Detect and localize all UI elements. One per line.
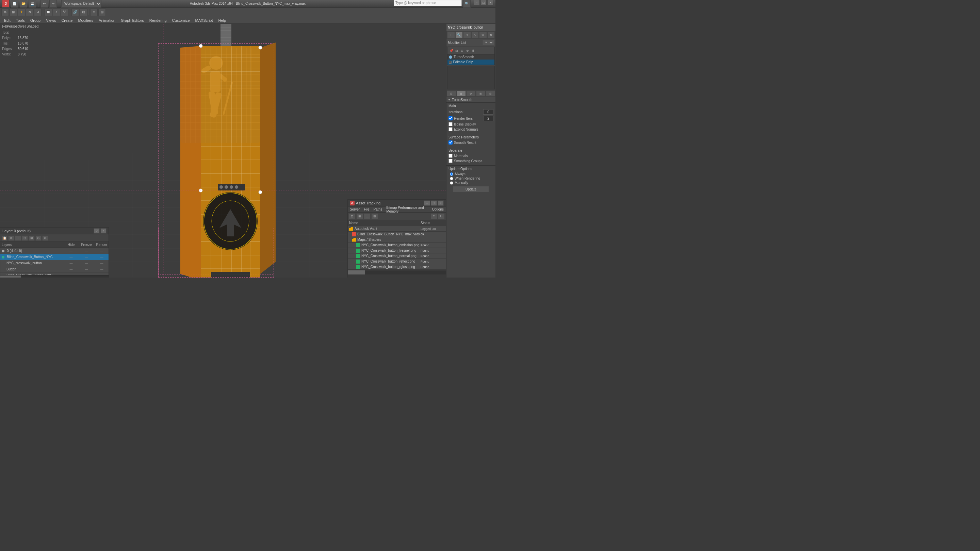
ts-when-rendering-radio[interactable]: [450, 177, 453, 180]
modify-tab[interactable]: 🔧: [455, 32, 463, 38]
ts-render-iters-input[interactable]: [483, 116, 493, 121]
layer-row-3[interactable]: Button — — —: [0, 266, 108, 272]
ts-update-btn[interactable]: Update: [453, 186, 489, 192]
new-btn[interactable]: 📄: [11, 0, 18, 8]
layer-mgr-btn[interactable]: ≡: [90, 8, 98, 16]
ts-smoothing-groups-check[interactable]: [449, 159, 453, 163]
asset-row-0[interactable]: Autodesk Vault Logged Ou: [348, 226, 446, 232]
pin-stack-icon[interactable]: 📌: [449, 48, 453, 53]
menu-graph-editors[interactable]: Graph Editors: [118, 17, 147, 24]
asset-row-3[interactable]: NYC_Crosswalk_button_emission.png Found: [348, 243, 446, 248]
asset-menu-bitmap[interactable]: Bitmap Performance and Memory: [384, 206, 430, 213]
workspace-dropdown[interactable]: Workspace: Default: [61, 0, 102, 8]
menu-tools[interactable]: Tools: [13, 17, 27, 24]
object-name-field[interactable]: [447, 24, 495, 31]
layers-new-btn[interactable]: 📋: [2, 235, 8, 241]
layers-close-btn[interactable]: ×: [100, 228, 107, 233]
save-btn[interactable]: 💾: [29, 0, 36, 8]
ts-isoline-check[interactable]: [449, 122, 453, 126]
layer-row-1[interactable]: Blind_Crosswalk_Button_NYC — — —: [0, 254, 108, 260]
layers-select-objs-btn[interactable]: ⊕: [42, 235, 48, 241]
menu-create[interactable]: Create: [59, 17, 75, 24]
show-end-icon[interactable]: ⊡: [454, 48, 459, 53]
schematic-btn[interactable]: ⊞: [98, 8, 106, 16]
ts-render-iters-check[interactable]: [449, 116, 453, 121]
link-btn[interactable]: 🔗: [72, 8, 79, 16]
show-result-icon[interactable]: ⊞: [460, 48, 465, 53]
select-region-btn[interactable]: ⊞: [10, 8, 17, 16]
rotate-btn[interactable]: ↻: [26, 8, 33, 16]
sub-tab-2[interactable]: ▦: [457, 91, 466, 97]
ts-manually-radio[interactable]: [450, 181, 453, 185]
sub-tab-1[interactable]: ⊡: [447, 91, 456, 97]
layer-row-4[interactable]: Blind_Crosswalk_Button_NYC — — —: [0, 272, 108, 275]
select-object-btn[interactable]: ⊕: [2, 8, 9, 16]
menu-edit[interactable]: Edit: [2, 17, 13, 24]
layers-delete-btn[interactable]: ✕: [8, 235, 14, 241]
asset-row-7[interactable]: NYC_Crosswalk_button_rgloss.png Found: [348, 264, 446, 270]
search-icon-btn[interactable]: 🔍: [463, 0, 471, 8]
create-tab[interactable]: +: [447, 32, 455, 38]
open-btn[interactable]: 📂: [20, 0, 27, 8]
asset-tb-refresh[interactable]: ↻: [438, 213, 445, 219]
asset-row-2[interactable]: Maps / Shaders: [348, 237, 446, 243]
percent-snap-btn[interactable]: %: [61, 8, 68, 16]
asset-bottom-scrollbar[interactable]: [348, 270, 446, 275]
motion-tab[interactable]: ▷: [471, 32, 479, 38]
modifier-item-editpoly[interactable]: Editable Poly: [447, 60, 495, 65]
snap-btn[interactable]: 🔲: [45, 8, 52, 16]
asset-menu-server[interactable]: Server: [348, 206, 362, 213]
ts-explicit-check[interactable]: [449, 127, 453, 131]
menu-group[interactable]: Group: [27, 17, 43, 24]
ts-smooth-result-check[interactable]: [449, 140, 453, 144]
sub-tab-5[interactable]: ⊟: [485, 91, 495, 97]
hierarchy-tab[interactable]: ⊙: [463, 32, 471, 38]
sub-tab-4[interactable]: ⊞: [476, 91, 485, 97]
menu-views[interactable]: Views: [43, 17, 59, 24]
menu-animation[interactable]: Animation: [96, 17, 118, 24]
menu-help[interactable]: Help: [216, 17, 229, 24]
layer-row-2[interactable]: NYC_crosswalk_button — — —: [0, 260, 108, 266]
menu-rendering[interactable]: Rendering: [147, 17, 169, 24]
scale-btn[interactable]: ⊿: [34, 8, 41, 16]
asset-tb-3[interactable]: ☰: [364, 213, 371, 219]
ts-iterations-input[interactable]: [483, 109, 493, 114]
asset-row-5[interactable]: NYC_Crosswalk_button_normal.png Found: [348, 253, 446, 259]
menu-modifiers[interactable]: Modifiers: [75, 17, 96, 24]
utils-tab[interactable]: ⚒: [487, 32, 495, 38]
asset-menu-paths[interactable]: Paths: [372, 206, 385, 213]
display-tab[interactable]: 👁: [479, 32, 487, 38]
asset-tb-1[interactable]: ⊡: [349, 213, 356, 219]
asset-minimize-btn[interactable]: −: [424, 200, 430, 206]
move-btn[interactable]: ✛: [18, 8, 25, 16]
layers-help-btn[interactable]: ?: [94, 228, 100, 233]
layers-move-to-layer-btn[interactable]: ⊞: [29, 235, 35, 241]
asset-row-1[interactable]: Blind_Crosswalk_Button_NYC_max_vray.max …: [348, 232, 446, 237]
undo-btn[interactable]: ↩: [40, 0, 48, 8]
asset-tb-2[interactable]: ⊞: [356, 213, 363, 219]
layers-scrollbar[interactable]: [0, 275, 108, 278]
make-unique-icon[interactable]: ⊕: [465, 48, 470, 53]
modifier-item-turbosm[interactable]: TurboSmooth: [447, 54, 495, 60]
asset-menu-file[interactable]: File: [362, 206, 371, 213]
search-input[interactable]: [394, 0, 462, 6]
asset-tb-help[interactable]: ?: [430, 213, 437, 219]
close-btn[interactable]: ×: [487, 0, 493, 5]
asset-maximize-btn[interactable]: □: [431, 200, 437, 206]
asset-close-btn[interactable]: ×: [438, 200, 444, 206]
redo-btn[interactable]: ↪: [49, 0, 57, 8]
layers-select-in-scene-btn[interactable]: ⊡: [22, 235, 28, 241]
ts-always-radio[interactable]: [450, 172, 453, 176]
layers-set-current-btn[interactable]: ⊙: [35, 235, 41, 241]
menu-maxscript[interactable]: MAXScript: [192, 17, 216, 24]
minimize-btn[interactable]: −: [474, 0, 480, 5]
maximize-btn[interactable]: □: [480, 0, 487, 5]
asset-row-6[interactable]: NYC_Crosswalk_button_reflect.png Found: [348, 259, 446, 264]
ts-materials-check[interactable]: [449, 154, 453, 158]
app-icon[interactable]: 3: [2, 0, 10, 8]
layers-add-obj-btn[interactable]: +: [15, 235, 21, 241]
unlink-btn[interactable]: ⛓: [80, 8, 87, 16]
layer-row-0[interactable]: 0 (default) — — —: [0, 248, 108, 254]
remove-modifier-icon[interactable]: 🗑: [471, 48, 476, 53]
asset-tb-4[interactable]: ⊟: [371, 213, 378, 219]
